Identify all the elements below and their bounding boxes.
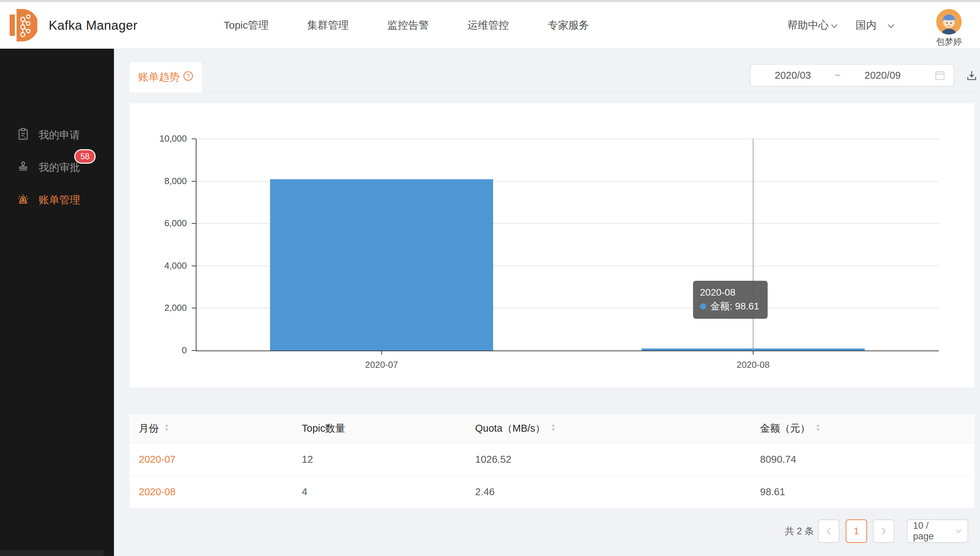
sort-caret-icon[interactable]	[815, 423, 820, 435]
nav-expert-service[interactable]: 专家服务	[548, 18, 589, 32]
sidebar-item-billing-management[interactable]: 账单管理	[0, 184, 114, 216]
column-header-topics: Topic数量	[302, 422, 475, 435]
y-axis-tick	[192, 265, 196, 266]
chart-gridline	[196, 139, 939, 139]
column-header-quota[interactable]: Quota（MB/s）	[475, 422, 760, 435]
y-axis-tick	[192, 223, 196, 224]
sidebar-item-my-approvals[interactable]: 我的审批 58	[0, 151, 114, 184]
app-header: Kafka Manager Topic管理 集群管理 监控告警 运维管控 专家服…	[0, 2, 980, 49]
billing-table: 月份 Topic数量 Quota（MB/s） 金额（元）	[129, 414, 975, 508]
top-nav: Topic管理 集群管理 监控告警 运维管控 专家服务	[224, 2, 589, 49]
chart-crosshair	[753, 139, 754, 351]
siren-icon	[16, 192, 30, 208]
cell-topics: 4	[302, 486, 475, 498]
table-header-row: 月份 Topic数量 Quota（MB/s） 金额（元）	[129, 414, 975, 443]
cell-topics: 12	[302, 454, 475, 465]
x-axis-tick	[381, 351, 382, 355]
question-circle-icon[interactable]: ?	[183, 71, 194, 84]
date-range-end[interactable]: 2020/09	[848, 70, 917, 81]
page-title: Kafka Manager	[49, 2, 137, 49]
approval-count-badge: 58	[74, 149, 96, 164]
date-range-start[interactable]: 2020/03	[758, 70, 827, 81]
x-axis-label: 2020-07	[340, 359, 423, 370]
y-axis-label: 4,000	[129, 260, 187, 271]
user-name: 包梦婷	[934, 36, 964, 47]
table-row: 2020-08 4 2.46 98.61	[129, 475, 975, 508]
pagination-prev-button[interactable]	[818, 519, 840, 543]
y-axis-tick	[192, 308, 196, 309]
y-axis-label: 6,000	[129, 218, 187, 229]
month-link-2020-08[interactable]: 2020-08	[139, 486, 302, 498]
y-axis-label: 2,000	[129, 302, 187, 313]
region-selector[interactable]: 国内	[856, 2, 895, 49]
help-center-menu[interactable]: 帮助中心	[787, 2, 838, 49]
y-axis-tick	[192, 181, 196, 182]
sidebar-item-my-applications[interactable]: 我的申请	[0, 119, 114, 151]
x-axis-line	[196, 351, 939, 351]
app-root: Kafka Manager Topic管理 集群管理 监控告警 运维管控 专家服…	[0, 0, 980, 556]
sort-caret-icon[interactable]	[165, 423, 169, 435]
y-axis-label: 0	[129, 345, 187, 356]
sidebar-collapse-trigger[interactable]	[0, 550, 103, 556]
y-axis-label: 8,000	[129, 176, 187, 186]
svg-text:?: ?	[186, 73, 190, 79]
chart-bar-2020-07[interactable]	[270, 179, 493, 351]
tab-billing-trend[interactable]: 账单趋势 ?	[129, 62, 202, 92]
y-axis-label: 10,000	[129, 133, 187, 144]
column-header-amount[interactable]: 金额（元）	[760, 422, 975, 435]
cell-amount: 8090.74	[760, 454, 975, 465]
table-row: 2020-07 12 1026.52 8090.74	[129, 443, 975, 475]
clipboard-icon	[16, 128, 30, 143]
y-axis-tick	[192, 139, 196, 139]
chart-tooltip: 2020-08 金额: 98.61	[693, 281, 768, 319]
pagination-next-button[interactable]	[873, 519, 894, 543]
pagination-page-1[interactable]: 1	[846, 519, 867, 543]
app-logo-icon	[10, 9, 37, 42]
tabbar-divider	[122, 92, 975, 92]
y-axis-tick	[192, 350, 196, 351]
column-header-month[interactable]: 月份	[139, 422, 302, 435]
stamp-icon	[16, 160, 30, 175]
nav-cluster-management[interactable]: 集群管理	[307, 18, 349, 32]
nav-ops-control[interactable]: 运维管控	[468, 18, 509, 32]
user-menu[interactable]: 包梦婷	[934, 9, 964, 47]
tooltip-title: 2020-08	[700, 286, 759, 299]
page-size-select[interactable]: 10 / page	[907, 519, 968, 543]
month-link-2020-07[interactable]: 2020-07	[139, 454, 302, 465]
x-axis-label: 2020-08	[712, 359, 794, 370]
chevron-down-icon	[887, 20, 895, 31]
nav-monitor-alerts[interactable]: 监控告警	[387, 18, 429, 32]
sort-caret-icon[interactable]	[551, 423, 555, 435]
cell-amount: 98.61	[760, 486, 975, 498]
avatar	[936, 9, 962, 34]
x-axis-tick	[753, 351, 754, 355]
main-content: 账单趋势 ? 2020/03 ~ 2020/09	[114, 49, 980, 556]
chevron-down-icon	[830, 20, 838, 31]
cell-quota: 1026.52	[475, 454, 760, 465]
series-dot-icon	[700, 303, 706, 309]
calendar-icon	[934, 70, 946, 81]
y-axis-line	[196, 139, 197, 351]
chart-card: 02,0004,0006,0008,00010,0002020-072020-0…	[129, 103, 975, 388]
sidebar: 我的申请 我的审批 58	[0, 49, 114, 556]
date-range-picker[interactable]: 2020/03 ~ 2020/09	[750, 64, 954, 87]
pagination-total: 共 2 条	[785, 519, 814, 543]
chevron-down-icon	[955, 529, 962, 533]
nav-topic-management[interactable]: Topic管理	[224, 18, 269, 32]
cell-quota: 2.46	[475, 486, 760, 498]
tooltip-value: 金额: 98.61	[710, 299, 759, 313]
download-icon[interactable]	[965, 70, 978, 82]
bill-trend-chart: 02,0004,0006,0008,00010,0002020-072020-0…	[129, 103, 975, 388]
